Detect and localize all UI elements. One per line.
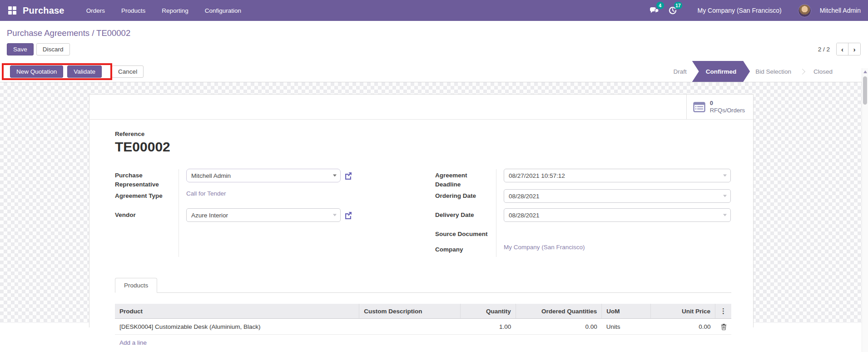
purchase-representative-input[interactable] <box>186 169 341 182</box>
reference-label: Reference <box>115 131 731 137</box>
app-name[interactable]: Purchase <box>23 5 64 16</box>
chevron-separator-icon <box>799 69 805 75</box>
external-link-icon[interactable] <box>344 171 352 180</box>
rfqs-orders-label: RFQs/Orders <box>710 107 745 114</box>
validate-button[interactable]: Validate <box>67 65 102 78</box>
menu-configuration[interactable]: Configuration <box>198 1 248 20</box>
scrollbar-thumb[interactable] <box>863 76 867 105</box>
form-statusbar: New Quotation Validate Cancel Draft Conf… <box>0 61 868 82</box>
user-menu[interactable]: Mitchell Admin <box>820 7 861 14</box>
agreement-type-value[interactable]: Call for Tender <box>186 187 226 197</box>
save-button[interactable]: Save <box>7 43 34 55</box>
rfqs-orders-stat-button[interactable]: 0 RFQs/Orders <box>686 95 753 119</box>
col-header-unit-price[interactable]: Unit Price <box>651 304 715 319</box>
optional-columns-toggle-icon[interactable]: ⋮ <box>715 304 732 319</box>
delete-row-trash-icon[interactable] <box>721 323 727 330</box>
delivery-date-label: Delivery Date <box>435 208 496 220</box>
status-step-bid-selection[interactable]: Bid Selection <box>747 61 799 82</box>
col-header-uom[interactable]: UoM <box>602 304 651 319</box>
cancel-button[interactable]: Cancel <box>112 65 144 78</box>
status-steps: Draft Confirmed Bid Selection Closed <box>665 61 841 82</box>
menu-reporting[interactable]: Reporting <box>155 1 195 20</box>
cell-quantity[interactable]: 1.00 <box>461 319 516 335</box>
reference-value[interactable]: TE00002 <box>115 139 731 155</box>
company-switcher[interactable]: My Company (San Francisco) <box>698 7 782 14</box>
activities-badge: 17 <box>674 2 682 9</box>
user-avatar[interactable] <box>798 4 811 17</box>
pager-count: 2 / 2 <box>818 46 830 53</box>
add-a-line-link[interactable]: Add a line <box>115 335 731 348</box>
col-header-product[interactable]: Product <box>115 304 359 319</box>
messages-icon[interactable]: 4 <box>648 5 661 16</box>
ordering-date-input[interactable] <box>504 189 731 203</box>
company-label: Company <box>435 242 496 254</box>
products-table: Product Custom Description Quantity Orde… <box>115 304 731 335</box>
scroll-up-arrow-icon[interactable] <box>863 70 867 73</box>
col-header-quantity[interactable]: Quantity <box>461 304 516 319</box>
new-quotation-button[interactable]: New Quotation <box>10 65 63 78</box>
cell-product[interactable]: [DESK0004] Customizable Desk (Aluminium,… <box>115 319 359 335</box>
vendor-input[interactable] <box>186 208 341 222</box>
form-sheet: 0 RFQs/Orders Reference TE00002 Purchase… <box>89 94 754 327</box>
pager-previous-button[interactable]: ‹ <box>837 43 848 55</box>
apps-menu-icon[interactable] <box>8 6 16 15</box>
source-document-label: Source Document <box>435 227 496 239</box>
cell-uom[interactable]: Units <box>602 319 651 335</box>
company-value[interactable]: My Company (San Francisco) <box>504 241 585 251</box>
list-view-icon <box>693 102 705 112</box>
cell-custom-description[interactable] <box>359 319 461 335</box>
menu-orders[interactable]: Orders <box>80 1 111 20</box>
external-link-icon[interactable] <box>344 211 352 220</box>
form-view-background: 0 RFQs/Orders Reference TE00002 Purchase… <box>0 82 868 323</box>
tab-products[interactable]: Products <box>115 278 157 293</box>
cell-unit-price[interactable]: 0.00 <box>651 319 715 335</box>
agreement-type-label: Agreement Type <box>115 189 179 201</box>
status-step-draft[interactable]: Draft <box>665 61 694 82</box>
rfqs-orders-count: 0 <box>710 100 745 107</box>
menu-products[interactable]: Products <box>115 1 152 20</box>
activities-icon[interactable]: 17 <box>666 5 680 16</box>
ordering-date-label: Ordering Date <box>435 189 496 201</box>
top-navbar: Purchase Orders Products Reporting Confi… <box>0 0 868 21</box>
pager-next-button[interactable]: › <box>848 43 860 55</box>
agreement-deadline-label: Agreement Deadline <box>435 168 496 189</box>
main-menu: Orders Products Reporting Configuration <box>80 1 248 20</box>
col-header-custom-description[interactable]: Custom Description <box>359 304 461 319</box>
status-step-closed[interactable]: Closed <box>805 61 841 82</box>
vertical-scrollbar[interactable] <box>862 68 868 352</box>
vendor-label: Vendor <box>115 208 179 220</box>
purchase-representative-label: Purchase Representative <box>115 168 179 189</box>
agreement-deadline-input[interactable] <box>504 169 731 182</box>
table-row[interactable]: [DESK0004] Customizable Desk (Aluminium,… <box>115 319 731 335</box>
delivery-date-input[interactable] <box>504 208 731 222</box>
status-step-confirmed[interactable]: Confirmed <box>692 61 750 82</box>
breadcrumb[interactable]: Purchase Agreements / TE00002 <box>7 28 130 38</box>
cell-ordered-quantities[interactable]: 0.00 <box>516 319 601 335</box>
discard-button[interactable]: Discard <box>36 43 70 55</box>
col-header-ordered-quantities[interactable]: Ordered Quantities <box>516 304 601 319</box>
messages-badge: 4 <box>656 2 664 9</box>
